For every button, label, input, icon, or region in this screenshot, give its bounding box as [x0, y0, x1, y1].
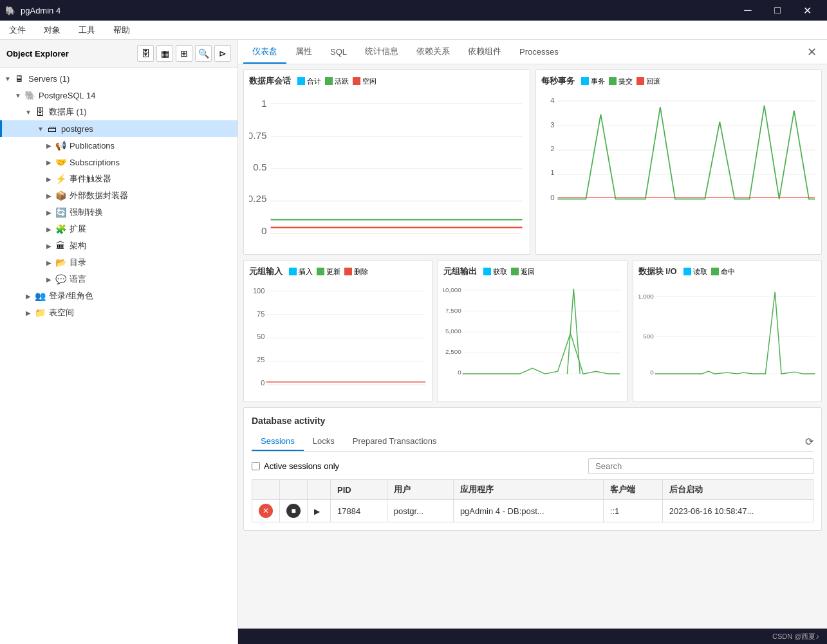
tool-sql[interactable]: ⊳ — [214, 45, 231, 62]
dashboard: 数据库会话 合计 活跃 空闲 1 0.75 0.5 — [238, 64, 827, 629]
status-bar: CSDN @西夏♪ — [238, 629, 827, 644]
cell-user: postgr... — [387, 500, 453, 522]
chevron-servers[interactable]: ▼ — [3, 73, 13, 84]
chart-tupleout-legend: 获取 返回 — [483, 267, 535, 277]
chart-sessions-body: 1 0.75 0.5 0.25 0 — [249, 92, 525, 249]
chart-tupleout-body: 10,000 7,500 5,000 2,500 0 — [443, 282, 621, 384]
tree-item-catalog[interactable]: ▶ 📂 目录 — [0, 254, 237, 271]
svg-text:4: 4 — [550, 97, 555, 104]
tab-processes[interactable]: Processes — [510, 42, 568, 63]
servers-icon: 🖥 — [13, 72, 26, 85]
row-terminate[interactable]: ✕ — [252, 500, 280, 522]
tree-item-subscriptions[interactable]: ▶ 🤝 Subscriptions — [0, 154, 237, 170]
activity-tab-prepared[interactable]: Prepared Transactions — [344, 432, 446, 451]
col-pid: PID — [331, 480, 387, 500]
terminate-button[interactable]: ✕ — [259, 504, 273, 518]
tree-item-roles[interactable]: ▶ 👥 登录/组角色 — [0, 288, 237, 304]
tab-dependencies[interactable]: 依赖关系 — [407, 41, 459, 64]
tree-item-languages[interactable]: ▶ 💬 语言 — [0, 271, 237, 288]
schema-icon: 🏛 — [54, 239, 67, 252]
tab-dashboard[interactable]: 仪表盘 — [243, 41, 286, 64]
window-controls[interactable]: ─ □ ✕ — [733, 0, 822, 21]
chart-tuplein-title: 元组输入 — [249, 266, 283, 277]
tree-item-databases[interactable]: ▼ 🗄 数据库 (1) — [0, 104, 237, 120]
activity-toolbar: Active sessions only — [252, 458, 813, 474]
active-sessions-input[interactable] — [252, 462, 260, 470]
extensions-label: 扩展 — [70, 223, 86, 235]
menu-help[interactable]: 帮助 — [109, 22, 134, 39]
chevron-event-triggers[interactable]: ▶ — [44, 174, 54, 184]
tool-view[interactable]: ⊞ — [176, 45, 192, 62]
tree-item-servers[interactable]: ▼ 🖥 Servers (1) — [0, 70, 237, 87]
chart-sessions-legend: 合计 活跃 空闲 — [297, 77, 376, 86]
tab-properties[interactable]: 属性 — [286, 41, 321, 64]
play-button[interactable]: ▶ — [314, 507, 320, 516]
chevron-schema[interactable]: ▶ — [44, 241, 54, 251]
tree-item-casts[interactable]: ▶ 🔄 强制转换 — [0, 204, 237, 221]
close-button[interactable]: ✕ — [792, 0, 822, 21]
tool-database[interactable]: 🗄 — [137, 45, 154, 62]
schema-label: 架构 — [70, 240, 86, 252]
minimize-button[interactable]: ─ — [733, 0, 763, 21]
row-stop[interactable]: ■ — [280, 500, 308, 522]
tree-item-fdw[interactable]: ▶ 📦 外部数据封装器 — [0, 187, 237, 204]
activity-tab-sessions[interactable]: Sessions — [252, 432, 304, 451]
col-action2 — [280, 480, 308, 500]
roles-icon: 👥 — [33, 290, 46, 302]
tablespace-label: 表空间 — [49, 307, 74, 318]
chevron-postgresql[interactable]: ▼ — [13, 90, 23, 100]
postgresql-label: PostgreSQL 14 — [39, 91, 95, 100]
tab-panel-close[interactable]: ✕ — [802, 45, 822, 59]
svg-text:0: 0 — [261, 380, 265, 387]
postgres-label: postgres — [61, 124, 93, 134]
menu-object[interactable]: 对象 — [40, 22, 64, 39]
chevron-tablespace[interactable]: ▶ — [23, 308, 33, 318]
table-row: ✕ ■ ▶ 17884 postgr... pgAdmin 4 - DB:pos… — [252, 500, 813, 522]
chart-blockio-title: 数据块 I/O — [638, 266, 677, 277]
status-text: CSDN @西夏♪ — [772, 632, 819, 641]
tree-item-event-triggers[interactable]: ▶ ⚡ 事件触发器 — [0, 170, 237, 187]
app-icon: 🐘 — [5, 6, 15, 15]
tool-search[interactable]: 🔍 — [195, 45, 212, 62]
chart-blockio-svg: 1,000 500 0 — [638, 282, 816, 384]
event-triggers-label: 事件触发器 — [70, 173, 111, 185]
menu-file[interactable]: 文件 — [5, 22, 30, 39]
tree-item-extensions[interactable]: ▶ 🧩 扩展 — [0, 221, 237, 237]
maximize-button[interactable]: □ — [763, 0, 792, 21]
active-sessions-checkbox[interactable]: Active sessions only — [252, 461, 339, 471]
charts-row-1: 数据库会话 合计 活跃 空闲 1 0.75 0.5 — [243, 69, 822, 255]
tool-table[interactable]: ▦ — [156, 45, 173, 62]
chevron-publications[interactable]: ▶ — [44, 140, 54, 151]
chevron-languages[interactable]: ▶ — [44, 274, 54, 284]
languages-icon: 💬 — [54, 273, 67, 286]
tablespace-icon: 📁 — [33, 306, 46, 319]
tab-dependents[interactable]: 依赖组件 — [459, 41, 510, 64]
chevron-casts[interactable]: ▶ — [44, 207, 54, 217]
refresh-button[interactable]: ⟳ — [805, 436, 813, 448]
activity-tab-locks[interactable]: Locks — [304, 432, 344, 451]
tree-item-tablespace[interactable]: ▶ 📁 表空间 — [0, 304, 237, 321]
row-play[interactable]: ▶ — [308, 500, 331, 522]
tree-item-publications[interactable]: ▶ 📢 Publications — [0, 137, 237, 154]
chevron-roles[interactable]: ▶ — [23, 291, 33, 301]
tree-item-postgres[interactable]: ▼ 🗃 postgres — [0, 120, 237, 137]
chart-sessions-svg: 1 0.75 0.5 0.25 0 — [249, 92, 525, 249]
tree-item-schema[interactable]: ▶ 🏛 架构 — [0, 237, 237, 254]
svg-text:0: 0 — [650, 369, 654, 376]
chevron-fdw[interactable]: ▶ — [44, 190, 54, 201]
chevron-extensions[interactable]: ▶ — [44, 224, 54, 234]
chevron-subscriptions[interactable]: ▶ — [44, 157, 54, 167]
col-client: 客户端 — [603, 480, 662, 500]
chart-tps-svg: 4 3 2 1 0 — [541, 92, 817, 211]
menu-tools[interactable]: 工具 — [75, 22, 99, 39]
svg-text:100: 100 — [253, 287, 265, 295]
chevron-catalog[interactable]: ▶ — [44, 257, 54, 268]
stop-button[interactable]: ■ — [286, 504, 301, 518]
chevron-postgres[interactable]: ▼ — [35, 124, 46, 134]
tree-item-postgresql[interactable]: ▼ 🐘 PostgreSQL 14 — [0, 87, 237, 104]
tab-sql[interactable]: SQL — [321, 42, 356, 63]
search-input[interactable] — [588, 458, 813, 474]
svg-text:5,000: 5,000 — [445, 327, 461, 335]
chevron-databases[interactable]: ▼ — [23, 107, 33, 117]
tab-statistics[interactable]: 统计信息 — [356, 41, 407, 64]
